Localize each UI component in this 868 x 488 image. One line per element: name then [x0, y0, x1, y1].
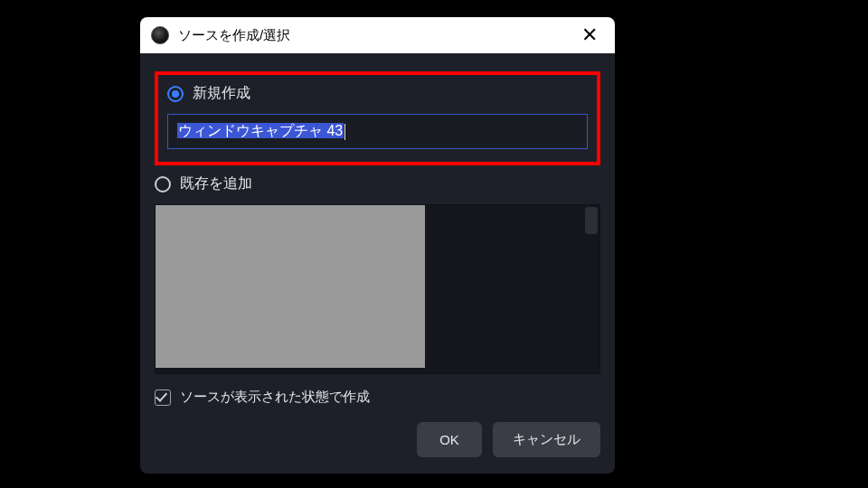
- radio-add-existing-label: 既存を追加: [180, 174, 252, 193]
- create-select-source-dialog: ソースを作成/選択 ✕ 新規作成 ウィンドウキャプチャ 43 既存を追加 ソース…: [140, 17, 615, 474]
- cancel-button[interactable]: キャンセル: [493, 422, 600, 457]
- scrollbar-thumb[interactable]: [585, 207, 598, 234]
- radio-create-new[interactable]: 新規作成: [167, 84, 588, 103]
- checkbox-icon: [155, 389, 171, 406]
- ok-button[interactable]: OK: [417, 422, 482, 457]
- radio-add-existing[interactable]: 既存を追加: [155, 174, 600, 193]
- obs-icon: [151, 26, 169, 44]
- text-caret: [344, 124, 345, 140]
- dialog-title: ソースを作成/選択: [178, 27, 575, 44]
- existing-source-list[interactable]: [155, 204, 600, 374]
- dialog-body: 新規作成 ウィンドウキャプチャ 43 既存を追加 ソースが表示された状態で作成 …: [140, 53, 615, 474]
- make-visible-label: ソースが表示された状態で作成: [180, 389, 370, 406]
- radio-icon: [167, 86, 184, 102]
- source-name-value: ウィンドウキャプチャ 43: [177, 123, 344, 138]
- source-name-input[interactable]: ウィンドウキャプチャ 43: [167, 114, 588, 149]
- dialog-titlebar: ソースを作成/選択 ✕: [140, 17, 615, 53]
- source-thumbnail: [156, 205, 425, 368]
- close-button[interactable]: ✕: [575, 21, 604, 50]
- radio-icon: [155, 176, 171, 192]
- make-visible-checkbox-row[interactable]: ソースが表示された状態で作成: [155, 389, 600, 406]
- annotation-highlight: 新規作成 ウィンドウキャプチャ 43: [155, 71, 600, 165]
- radio-create-new-label: 新規作成: [193, 84, 250, 103]
- dialog-button-row: OK キャンセル: [155, 422, 600, 457]
